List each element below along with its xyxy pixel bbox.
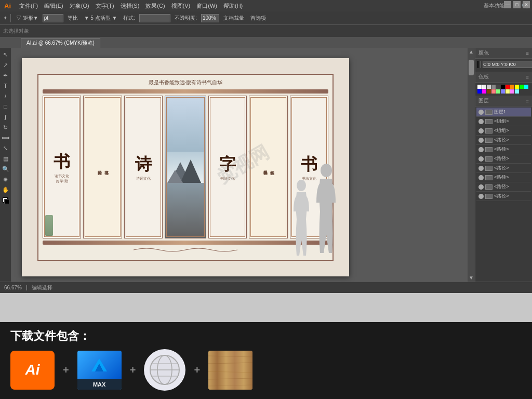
color-menu-icon[interactable]: ≡ bbox=[526, 50, 529, 56]
scale-tool[interactable]: ⤡ bbox=[1, 143, 10, 153]
menu-help[interactable]: 帮助(H) bbox=[223, 2, 243, 10]
layer-1-visibility[interactable] bbox=[478, 110, 484, 115]
fill-box[interactable] bbox=[477, 61, 478, 68]
layer-6-visibility[interactable] bbox=[478, 156, 484, 162]
hand-tool[interactable]: ✋ bbox=[1, 185, 10, 194]
swatch-lightyellow[interactable] bbox=[506, 89, 510, 94]
layer-3-visibility[interactable] bbox=[478, 128, 484, 134]
menu-view[interactable]: 视图(V) bbox=[171, 2, 191, 10]
swatch-lightblue[interactable] bbox=[501, 89, 505, 94]
layer-7-visibility[interactable] bbox=[478, 166, 484, 171]
swatch-lightpink[interactable] bbox=[510, 89, 514, 94]
scroll-thumb[interactable] bbox=[469, 60, 474, 75]
fill-stroke-indicator[interactable] bbox=[2, 196, 10, 205]
swatch-lightgreen[interactable] bbox=[496, 89, 500, 94]
swatch-magenta[interactable] bbox=[482, 89, 486, 94]
layer-item-3[interactable]: <组组> bbox=[476, 126, 531, 136]
minimize-button[interactable]: — bbox=[504, 1, 511, 8]
canvas-area[interactable]: 觉视网 最是书香能致远·腹有诗书气自华 书 读书文化好学·勤 bbox=[11, 48, 475, 282]
layer-9-visibility[interactable] bbox=[478, 184, 484, 190]
size-input[interactable]: ▼ 5 点活型 ▼ bbox=[82, 14, 119, 22]
swatch-lightcyan[interactable] bbox=[515, 89, 519, 94]
menu-text[interactable]: 文字(T) bbox=[96, 2, 114, 10]
pen-tool[interactable]: ✒ bbox=[1, 71, 10, 80]
document-tab[interactable]: AI.ai @ 66.67% (CMYK/预览) bbox=[21, 38, 100, 48]
swatch-gray[interactable] bbox=[487, 85, 491, 89]
layers-menu-icon[interactable]: ≡ bbox=[526, 98, 529, 104]
layer-item-6[interactable]: <路径> bbox=[476, 154, 531, 164]
eyedropper-tool[interactable]: 🔍 bbox=[1, 164, 10, 174]
swatch-menu-icon[interactable]: ≡ bbox=[526, 74, 529, 80]
layer-10-visibility[interactable] bbox=[478, 194, 484, 199]
swatch-white[interactable] bbox=[477, 85, 482, 89]
layer-4-visibility[interactable] bbox=[478, 138, 484, 143]
artboard: 最是书香能致远·腹有诗书气自华 书 读书文化好学·勤 bbox=[22, 58, 349, 276]
design-content: 最是书香能致远·腹有诗书气自华 书 读书文化好学·勤 bbox=[37, 74, 334, 261]
stroke-box[interactable] bbox=[480, 61, 481, 68]
scroll-down-arrow[interactable]: ▼ bbox=[469, 275, 474, 281]
app-logo: Ai bbox=[4, 2, 11, 10]
appearance-label: 样式: bbox=[121, 14, 137, 22]
swatch-orange[interactable] bbox=[510, 85, 514, 89]
line-tool[interactable]: / bbox=[1, 91, 10, 101]
maximize-button[interactable]: □ bbox=[513, 1, 521, 8]
menu-object[interactable]: 对象(O) bbox=[70, 2, 89, 10]
menu-effect[interactable]: 效果(C) bbox=[145, 2, 165, 10]
color-value-input[interactable] bbox=[483, 61, 532, 68]
plus-2: + bbox=[130, 364, 136, 376]
swatch-blue[interactable] bbox=[477, 89, 482, 94]
preference-label[interactable]: 首选项 bbox=[248, 14, 268, 22]
style-preview[interactable] bbox=[139, 14, 170, 22]
menu-file[interactable]: 文件(F) bbox=[19, 2, 38, 10]
zoom-tool[interactable]: ⊕ bbox=[1, 175, 10, 184]
silhouettes-area bbox=[292, 69, 339, 266]
swatch-brown[interactable] bbox=[487, 89, 491, 94]
layer-5-visibility[interactable] bbox=[478, 147, 484, 152]
ratio-selector[interactable]: 等比 bbox=[65, 14, 80, 22]
swatch-lightgray[interactable] bbox=[482, 85, 486, 89]
layer-item-4[interactable]: <路径> bbox=[476, 136, 531, 145]
mirror-tool[interactable]: ⟺ bbox=[1, 133, 10, 142]
opacity-input[interactable] bbox=[201, 14, 219, 22]
swatch-darkgray[interactable] bbox=[491, 85, 496, 89]
panel-1: 书 读书文化好学·勤 bbox=[43, 96, 81, 238]
layer-6-name: <路径> bbox=[494, 155, 509, 162]
layer-item-7[interactable]: <路径> bbox=[476, 164, 531, 173]
gradient-tool[interactable]: ▤ bbox=[1, 154, 10, 163]
layer-item-2[interactable]: <组组> bbox=[476, 117, 531, 126]
layer-5-name: <路径> bbox=[494, 146, 509, 153]
scroll-up-arrow[interactable]: ▲ bbox=[469, 49, 474, 55]
select-tool[interactable]: ↖ bbox=[1, 50, 10, 59]
swatch-charcoal[interactable] bbox=[496, 85, 500, 89]
pt-input[interactable] bbox=[43, 14, 63, 22]
vertical-scrollbar[interactable]: ▲ ▼ bbox=[468, 48, 475, 282]
layer-2-visibility[interactable] bbox=[478, 119, 484, 124]
rotate-tool[interactable]: ↻ bbox=[1, 123, 10, 132]
menu-window[interactable]: 窗口(W) bbox=[196, 2, 217, 10]
swatch-pink[interactable] bbox=[491, 89, 496, 94]
layer-item-9[interactable]: <路径> bbox=[476, 182, 531, 192]
rect-tool[interactable]: □ bbox=[1, 102, 10, 111]
swatch-green[interactable] bbox=[520, 85, 524, 89]
direct-select-tool[interactable]: ↗ bbox=[1, 60, 10, 70]
swatch-cyan[interactable] bbox=[524, 85, 528, 89]
layer-item-5[interactable]: <路径> bbox=[476, 145, 531, 154]
brush-tool[interactable]: ∫ bbox=[1, 112, 10, 122]
menu-edit[interactable]: 编辑(E) bbox=[44, 2, 63, 10]
text-tool[interactable]: T bbox=[1, 81, 10, 90]
color-controls bbox=[475, 59, 532, 72]
menu-select[interactable]: 选择(S) bbox=[121, 2, 140, 10]
layer-item-10[interactable]: <路径> bbox=[476, 192, 531, 201]
max-file-icon: MAX bbox=[77, 351, 122, 390]
layer-item-8[interactable]: <路径> bbox=[476, 173, 531, 182]
swatch-red[interactable] bbox=[506, 85, 510, 89]
plus-1: + bbox=[63, 364, 69, 376]
layer-item-1[interactable]: 图层1 bbox=[476, 108, 531, 117]
layer-5-thumb bbox=[485, 147, 493, 152]
stroke-selector[interactable]: ▽ 矩形▼ bbox=[14, 14, 41, 22]
swatch-black[interactable] bbox=[501, 85, 505, 89]
swatch-yellow[interactable] bbox=[515, 85, 519, 89]
toolbar-secondary: 未选择对象 bbox=[0, 25, 532, 37]
close-button[interactable]: ✕ bbox=[523, 1, 530, 8]
layer-8-visibility[interactable] bbox=[478, 175, 484, 180]
